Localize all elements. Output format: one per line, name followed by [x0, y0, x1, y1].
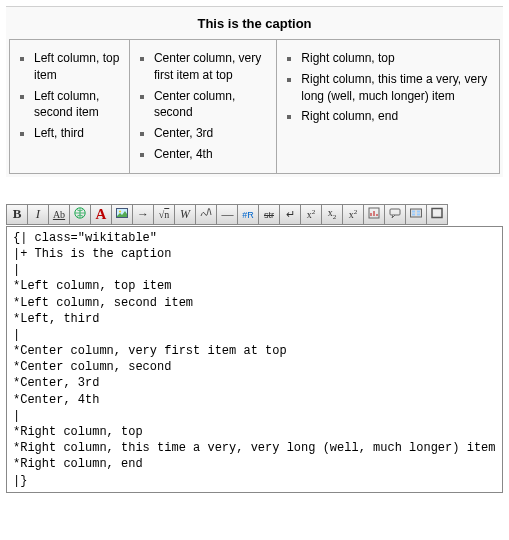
strike-button[interactable]: Ab: [48, 204, 70, 225]
redirect-hash-button[interactable]: #R: [237, 204, 259, 225]
comment-button[interactable]: [384, 204, 406, 225]
arrow-button[interactable]: →: [132, 204, 154, 225]
comment-icon: [388, 206, 402, 222]
strikethrough-button[interactable]: str: [258, 204, 280, 225]
signature-button[interactable]: [195, 204, 217, 225]
image-button[interactable]: [111, 204, 133, 225]
svg-rect-11: [434, 211, 440, 216]
source-editor-wrap: {| class="wikitable" |+ This is the capt…: [6, 226, 503, 493]
list-item: Center, 4th: [154, 146, 268, 163]
hr-button[interactable]: —: [216, 204, 238, 225]
globe-icon: [73, 206, 87, 222]
svg-rect-5: [411, 209, 422, 217]
svg-rect-4: [390, 209, 400, 215]
table-cell-left: Left column, top item Left column, secon…: [10, 40, 130, 174]
big-a-icon: A: [96, 206, 107, 223]
insert-chart-button[interactable]: [363, 204, 385, 225]
list-item: Right column, top: [301, 50, 491, 67]
list-item: Center, 3rd: [154, 125, 268, 142]
globe-link-button[interactable]: [69, 204, 91, 225]
list-item: Right column, this time a very, very lon…: [301, 71, 491, 105]
sub-icon: x2: [328, 207, 337, 221]
chart-icon: [367, 206, 381, 222]
gallery-button[interactable]: [405, 204, 427, 225]
frame-icon: [430, 206, 444, 222]
sig-icon: [199, 206, 213, 222]
svg-rect-6: [412, 211, 415, 213]
italic-icon: I: [36, 206, 40, 222]
table-caption: This is the caption: [9, 10, 500, 39]
wiki-w-button[interactable]: W: [174, 204, 196, 225]
arrow-icon: →: [137, 207, 149, 222]
svg-rect-8: [412, 214, 415, 216]
font-color-button[interactable]: A: [90, 204, 112, 225]
list-right: Right column, top Right column, this tim…: [293, 50, 491, 125]
str-strike-icon: str: [264, 209, 274, 220]
small-x2-button[interactable]: x2: [342, 204, 364, 225]
sup-icon: x2: [307, 208, 316, 220]
super-x2-button[interactable]: x2: [300, 204, 322, 225]
sqrt-button[interactable]: √n: [153, 204, 175, 225]
table-cell-right: Right column, top Right column, this tim…: [277, 40, 500, 174]
italic-button[interactable]: I: [27, 204, 49, 225]
sub-x2-button[interactable]: x2: [321, 204, 343, 225]
hr-icon: —: [222, 207, 233, 222]
bold-button[interactable]: B: [6, 204, 28, 225]
source-editor[interactable]: {| class="wikitable" |+ This is the capt…: [13, 230, 496, 489]
bold-icon: B: [13, 206, 22, 222]
list-item: Center column, second: [154, 88, 268, 122]
ab-strike-icon: Ab: [53, 209, 65, 220]
list-item: Left column, top item: [34, 50, 121, 84]
sqrt-icon: √n: [159, 209, 170, 220]
list-center: Center column, very first item at top Ce…: [146, 50, 268, 163]
svg-point-2: [119, 211, 121, 213]
gallery-icon: [409, 206, 423, 222]
table-cell-center: Center column, very first item at top Ce…: [129, 40, 276, 174]
editor-toolbar: BIAbA→√nW—#Rstr↵x2x2x2: [6, 203, 503, 226]
svg-rect-7: [417, 211, 420, 213]
frame-button[interactable]: [426, 204, 448, 225]
list-item: Left, third: [34, 125, 121, 142]
hashr-icon: #R: [242, 209, 254, 220]
w-icon: W: [180, 207, 190, 222]
list-item: Right column, end: [301, 108, 491, 125]
linebreak-button[interactable]: ↵: [279, 204, 301, 225]
list-item: Left column, second item: [34, 88, 121, 122]
list-left: Left column, top item Left column, secon…: [26, 50, 121, 142]
lbr-icon: ↵: [286, 208, 295, 221]
svg-rect-9: [417, 214, 420, 216]
sup-icon: x2: [349, 208, 358, 220]
image-icon: [115, 206, 129, 222]
wikitable: Left column, top item Left column, secon…: [9, 39, 500, 174]
list-item: Center column, very first item at top: [154, 50, 268, 84]
rendered-output: This is the caption Left column, top ite…: [6, 6, 503, 177]
